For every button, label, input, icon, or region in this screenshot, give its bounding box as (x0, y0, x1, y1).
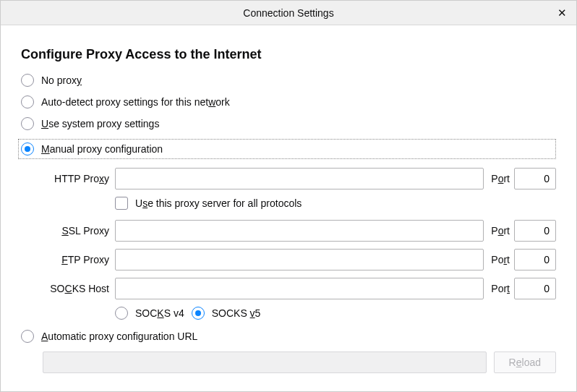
socks-port-label: Port (488, 283, 510, 294)
http-port-input[interactable] (514, 168, 556, 189)
radio-no-proxy[interactable] (21, 74, 34, 87)
ftp-proxy-label: FTP Proxy (43, 254, 111, 265)
socks-port-input[interactable] (514, 278, 556, 299)
socks-host-input[interactable] (115, 278, 484, 299)
use-for-all-checkbox[interactable] (115, 197, 128, 210)
socks-v5-label: SOCKS v5 (212, 307, 261, 319)
reload-button: Reload (494, 351, 556, 373)
ssl-proxy-input[interactable] (115, 220, 484, 242)
radio-auto-url[interactable] (21, 330, 34, 343)
socks-v4-label: SOCKS v4 (135, 307, 184, 319)
radio-row-auto-detect[interactable]: Auto-detect proxy settings for this netw… (21, 95, 556, 108)
radio-row-no-proxy[interactable]: No proxy (21, 74, 556, 87)
http-proxy-input[interactable] (115, 168, 484, 189)
ssl-port-label: Port (488, 225, 510, 237)
radio-label-no-proxy: No proxy (41, 74, 82, 86)
ssl-proxy-row: SSL Proxy Port (43, 220, 556, 242)
ssl-port-input[interactable] (514, 220, 556, 242)
ftp-port-label: Port (488, 254, 510, 265)
ssl-proxy-label: SSL Proxy (43, 225, 111, 237)
ftp-port-input[interactable] (514, 249, 556, 270)
http-proxy-label: HTTP Proxy (43, 173, 111, 184)
radio-manual[interactable] (21, 142, 34, 155)
ftp-proxy-input[interactable] (115, 249, 484, 270)
use-for-all-label: Use this proxy server for all protocols (135, 197, 302, 209)
http-proxy-row: HTTP Proxy Port (43, 168, 556, 189)
close-button[interactable]: ✕ (555, 6, 569, 20)
socks-host-label: SOCKS Host (43, 283, 111, 294)
radio-row-system[interactable]: Use system proxy settings (21, 117, 556, 130)
radio-label-auto-detect: Auto-detect proxy settings for this netw… (41, 96, 230, 108)
radio-row-manual[interactable]: Manual proxy configuration (18, 139, 556, 159)
radio-label-system: Use system proxy settings (41, 118, 159, 129)
radio-socks-v4[interactable] (115, 307, 128, 320)
ftp-proxy-row: FTP Proxy Port (43, 249, 556, 270)
socks-version-row: SOCKS v4 SOCKS v5 (115, 307, 556, 320)
close-icon: ✕ (557, 7, 567, 20)
connection-settings-dialog: Connection Settings ✕ Configure Proxy Ac… (0, 0, 577, 392)
socks-host-row: SOCKS Host Port (43, 278, 556, 299)
titlebar: Connection Settings ✕ (1, 1, 576, 25)
dialog-content: Configure Proxy Access to the Internet N… (1, 25, 576, 391)
radio-label-manual: Manual proxy configuration (41, 143, 163, 155)
dialog-title: Connection Settings (243, 7, 333, 19)
http-port-label: Port (488, 173, 510, 184)
auto-url-input (43, 351, 487, 373)
radio-socks-v5[interactable] (192, 307, 205, 320)
heading: Configure Proxy Access to the Internet (21, 47, 556, 62)
manual-proxy-block: HTTP Proxy Port Use this proxy server fo… (21, 168, 556, 320)
radio-auto-detect[interactable] (21, 95, 34, 108)
auto-url-row: Reload (21, 351, 556, 373)
radio-row-auto-url[interactable]: Automatic proxy configuration URL (21, 330, 556, 343)
radio-system[interactable] (21, 117, 34, 130)
radio-label-auto-url: Automatic proxy configuration URL (41, 331, 197, 342)
use-for-all-row[interactable]: Use this proxy server for all protocols (115, 197, 556, 210)
